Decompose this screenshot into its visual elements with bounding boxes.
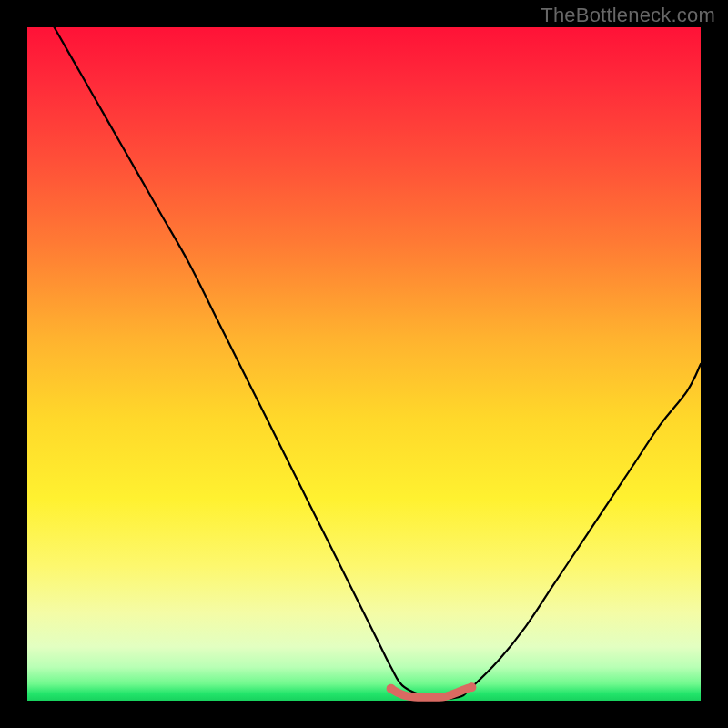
optimal-trough bbox=[391, 687, 472, 697]
chart-frame: TheBottleneck.com bbox=[0, 0, 728, 728]
plot-area bbox=[27, 27, 701, 701]
chart-svg bbox=[27, 27, 701, 701]
trough-end-dot bbox=[467, 682, 476, 692]
trough-start-dot bbox=[387, 684, 396, 693]
watermark-text: TheBottleneck.com bbox=[541, 4, 715, 27]
bottleneck-curve bbox=[55, 27, 701, 699]
